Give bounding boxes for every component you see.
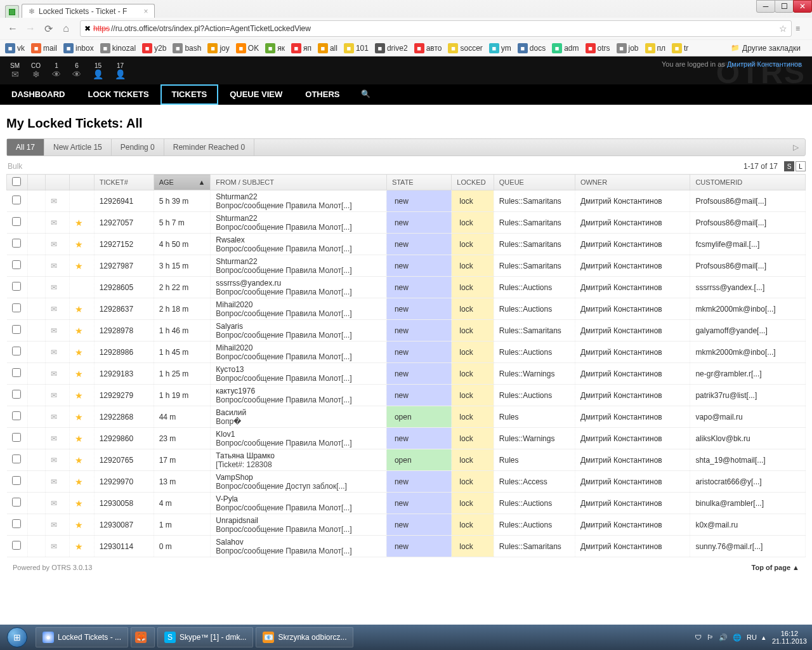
header-stat[interactable]: 1👁: [52, 62, 61, 79]
select-all-checkbox[interactable]: [12, 177, 21, 186]
col-header[interactable]: OWNER: [575, 175, 690, 190]
minimize-button[interactable]: ─: [756, 0, 775, 13]
col-header[interactable]: [7, 175, 28, 190]
header-stat[interactable]: 15👤: [93, 62, 103, 79]
filter-tab[interactable]: Pending 0: [112, 139, 164, 156]
table-row[interactable]: ✉★1292286844 mВасилийВопр�openlockRulesД…: [7, 406, 806, 428]
col-header[interactable]: FROM / SUBJECT: [211, 175, 387, 190]
table-row[interactable]: ✉★129289861 h 45 mMihail2020Вопрос/сообщ…: [7, 342, 806, 363]
row-checkbox[interactable]: [12, 476, 21, 485]
table-row[interactable]: ✉★129301140 mSalahovВопрос/сообщение Пра…: [7, 536, 806, 557]
home-button[interactable]: ⌂: [58, 21, 74, 36]
maximize-button[interactable]: ☐: [775, 0, 794, 13]
table-row[interactable]: ✉★129291831 h 25 mКусто13Вопрос/сообщени…: [7, 363, 806, 385]
bookmark-tr[interactable]: ■tr: [672, 43, 688, 53]
star-icon[interactable]: ★: [75, 520, 83, 530]
tray-clock[interactable]: 16:12 21.11.2013: [772, 630, 807, 645]
table-row[interactable]: ✉★129286372 h 18 mMihail2020Вопрос/сообщ…: [7, 298, 806, 320]
bookmark-OK[interactable]: ■OK: [236, 43, 259, 53]
row-checkbox[interactable]: [12, 239, 21, 248]
col-header[interactable]: QUEUE: [494, 175, 575, 190]
view-large[interactable]: L: [796, 161, 806, 171]
table-row[interactable]: ✉★129292791 h 19 mкактус1976Вопрос/сообщ…: [7, 385, 806, 406]
close-button[interactable]: ✕: [793, 0, 812, 13]
tray-flag-icon[interactable]: 🏳: [707, 633, 714, 641]
nav-queue-view[interactable]: QUEUE VIEW: [218, 84, 294, 105]
star-icon[interactable]: ★: [75, 239, 83, 249]
star-icon[interactable]: ★: [75, 434, 83, 444]
nav-dashboard[interactable]: DASHBOARD: [0, 84, 77, 105]
header-stat[interactable]: 17👤: [115, 62, 126, 79]
close-tab-icon[interactable]: ×: [143, 7, 148, 16]
col-header[interactable]: CUSTOMERID: [690, 175, 806, 190]
bookmark-inbox[interactable]: ■inbox: [63, 43, 94, 53]
row-checkbox[interactable]: [12, 282, 21, 291]
browser-menu-icon[interactable]: ≡: [796, 24, 807, 33]
col-header[interactable]: TICKET#: [94, 175, 154, 190]
row-checkbox[interactable]: [12, 196, 21, 204]
filter-tab[interactable]: Reminder Reached 0: [164, 139, 254, 156]
bookmark-kinozal[interactable]: ■kinozal: [100, 43, 136, 53]
bookmark-y2b[interactable]: ■y2b: [142, 43, 166, 53]
col-header[interactable]: LOCKED: [452, 175, 494, 190]
bookmark-soccer[interactable]: ■soccer: [448, 43, 482, 53]
filter-tab[interactable]: All 17: [7, 139, 44, 156]
row-checkbox[interactable]: [12, 454, 21, 463]
back-button[interactable]: ←: [5, 21, 20, 36]
row-checkbox[interactable]: [12, 498, 21, 507]
table-row[interactable]: ✉★129279873 h 15 mShturman22Вопрос/сообщ…: [7, 255, 806, 277]
nav-tickets[interactable]: TICKETS: [160, 84, 219, 105]
row-checkbox[interactable]: [12, 325, 21, 334]
table-row[interactable]: ✉★129289781 h 46 mSalyarisВопрос/сообщен…: [7, 320, 806, 342]
tray-volume-icon[interactable]: 🔊: [719, 633, 728, 642]
bookmark-adm[interactable]: ■adm: [552, 43, 579, 53]
search-icon[interactable]: 🔍: [351, 84, 381, 105]
header-stat[interactable]: 6👁: [72, 62, 81, 79]
table-row[interactable]: ✉★129271524 h 50 mRwsalexВопрос/сообщени…: [7, 234, 806, 255]
tray-lang[interactable]: RU: [747, 633, 757, 641]
taskbar-item[interactable]: SSkype™ [1] - dmk...: [157, 627, 253, 647]
user-link[interactable]: Дмитрий Константинов: [727, 60, 802, 68]
col-header[interactable]: [28, 175, 46, 190]
tab-pinned[interactable]: [5, 5, 19, 18]
bookmark-star-icon[interactable]: ☆: [779, 23, 787, 34]
bookmark-mail[interactable]: ■mail: [31, 43, 57, 53]
row-checkbox[interactable]: [12, 433, 21, 442]
table-row[interactable]: ✉★129300871 mUnrapidsnailВопрос/сообщени…: [7, 514, 806, 536]
row-checkbox[interactable]: [12, 411, 21, 420]
view-small[interactable]: S: [784, 161, 794, 171]
reload-button[interactable]: ⟳: [41, 21, 56, 36]
col-header[interactable]: AGE ▲: [154, 175, 211, 190]
header-stat[interactable]: CO❄: [31, 62, 41, 79]
bookmark-яп[interactable]: ■яп: [291, 43, 311, 53]
row-checkbox[interactable]: [12, 303, 21, 312]
star-icon[interactable]: ★: [75, 218, 83, 228]
row-checkbox[interactable]: [12, 260, 21, 269]
bookmark-vk[interactable]: ■vk: [5, 43, 25, 53]
row-checkbox[interactable]: [12, 541, 21, 550]
bookmark-all[interactable]: ■all: [318, 43, 337, 53]
star-icon[interactable]: ★: [75, 477, 83, 487]
bookmark-otrs[interactable]: ■otrs: [586, 43, 610, 53]
bookmark-пл[interactable]: ■пл: [645, 43, 666, 53]
header-stat[interactable]: SM✉: [10, 62, 20, 79]
bookmark-101[interactable]: ■101: [344, 43, 369, 53]
bookmark-ym[interactable]: ■ym: [489, 43, 511, 53]
table-row[interactable]: ✉★1292986023 mKlov1Вопрос/сообщение Прав…: [7, 428, 806, 449]
row-checkbox[interactable]: [12, 347, 21, 355]
tray-chevron-icon[interactable]: ▴: [762, 633, 766, 642]
filter-tab[interactable]: New Article 15: [44, 139, 112, 156]
top-of-page-link[interactable]: Top of page ▲: [752, 564, 799, 571]
taskbar-item[interactable]: ●Locked Tickets - ...: [36, 627, 128, 647]
taskbar-item[interactable]: 🦊: [131, 627, 155, 647]
table-row[interactable]: ✉★129300584 mV-PylaВопрос/сообщение Прав…: [7, 493, 806, 514]
star-icon[interactable]: ★: [75, 455, 83, 465]
bookmark-bash[interactable]: ■bash: [173, 43, 201, 53]
bulk-action[interactable]: Bulk: [8, 162, 22, 171]
taskbar-item[interactable]: 📧Skrzynka odbiorcz...: [256, 627, 353, 647]
table-row[interactable]: ✉★1292076517 mТатьяна Шрамко[Ticket#: 12…: [7, 449, 806, 471]
nav-lock-tickets[interactable]: LOCK TICKETS: [77, 84, 160, 105]
bookmark-авто[interactable]: ■авто: [414, 43, 442, 53]
forward-button[interactable]: →: [23, 21, 38, 36]
bookmark-drive2[interactable]: ■drive2: [375, 43, 408, 53]
